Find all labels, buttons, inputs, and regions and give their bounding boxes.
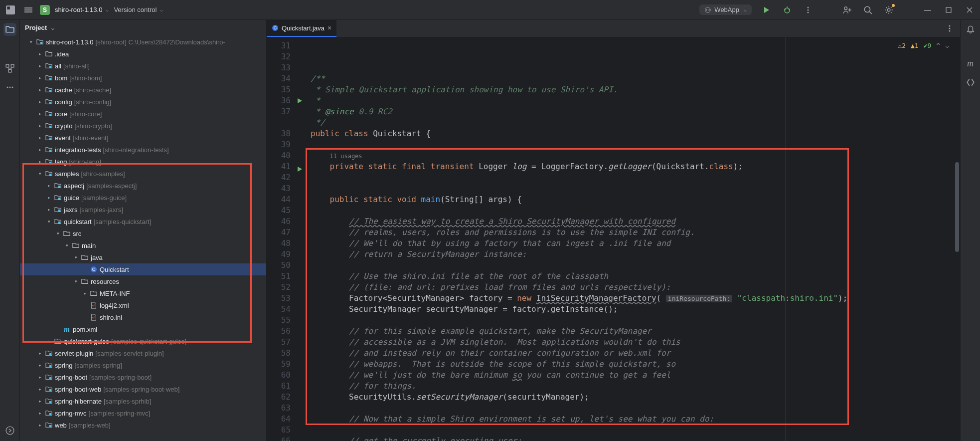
- svg-rect-46: [58, 186, 60, 188]
- product-icon[interactable]: [4, 3, 17, 16]
- editor-tabs: C Quickstart.java ×: [267, 20, 960, 37]
- svg-rect-1: [7, 6, 10, 9]
- tree-item-spring-boot[interactable]: ▸spring-boot [samples-spring-boot]: [20, 371, 266, 383]
- svg-point-63: [949, 28, 951, 29]
- tree-item-src[interactable]: ▾src: [20, 227, 266, 239]
- debug-button[interactable]: [781, 3, 794, 16]
- tree-item-.idea[interactable]: ▸.idea: [20, 48, 266, 60]
- tree-item-spring[interactable]: ▸spring [samples-spring]: [20, 359, 266, 371]
- svg-rect-39: [49, 102, 51, 104]
- settings-icon[interactable]: [882, 3, 895, 16]
- inspection-widget[interactable]: ⚠2 ▲1 ✔9 ^ ⌵: [898, 40, 949, 51]
- more-actions-icon[interactable]: [802, 3, 815, 16]
- tree-item-Quickstart[interactable]: CQuickstart: [20, 263, 266, 275]
- hamburger-icon[interactable]: [22, 3, 35, 16]
- project-selector[interactable]: shiro-root-1.13.0: [55, 6, 109, 13]
- minimize-icon[interactable]: [921, 3, 934, 16]
- tree-item-log4j2.xml[interactable]: log4j2.xml: [20, 299, 266, 311]
- svg-rect-58: [49, 413, 51, 415]
- tab-close-icon[interactable]: ×: [327, 24, 331, 32]
- run-configuration[interactable]: WebApp: [699, 4, 752, 15]
- tab-quickstart[interactable]: C Quickstart.java ×: [267, 20, 336, 37]
- project-tool-icon[interactable]: [3, 23, 16, 36]
- svg-point-7: [709, 9, 710, 10]
- svg-rect-38: [49, 90, 51, 92]
- tree-item-quickstart[interactable]: ▾quickstart [samples-quickstart]: [20, 216, 266, 227]
- tree-item-quickstart-guice[interactable]: ▸quickstart-guice [samples-quickstart-gu…: [20, 335, 266, 347]
- run-button[interactable]: [760, 3, 773, 16]
- left-tool-stripe: [0, 20, 20, 441]
- code-area[interactable]: /** * Simple Quickstart application show…: [308, 37, 960, 441]
- svg-point-31: [6, 87, 8, 88]
- svg-text:C: C: [92, 267, 96, 272]
- right-tool-stripe: m: [960, 20, 980, 441]
- project-panel-header[interactable]: Project: [20, 20, 266, 35]
- tree-item-shiro-root-1.13.0[interactable]: ▾shiro-root-1.13.0 [shiro-root] C:\Users…: [20, 36, 266, 48]
- svg-point-62: [949, 25, 951, 27]
- tree-item-crypto[interactable]: ▸crypto [shiro-crypto]: [20, 120, 266, 132]
- tree-item-spring-hibernate[interactable]: ▸spring-hibernate [samples-sprhib]: [20, 395, 266, 407]
- tree-item-META-INF[interactable]: ▸META-INF: [20, 287, 266, 299]
- class-icon: C: [272, 24, 279, 31]
- tree-item-event[interactable]: ▸event [shiro-event]: [20, 132, 266, 144]
- editor[interactable]: ⚠2 ▲1 ✔9 ^ ⌵ 313233343536373839404142434…: [267, 37, 960, 441]
- svg-rect-40: [49, 114, 51, 116]
- tree-item-lang[interactable]: ▸lang [shiro-lang]: [20, 156, 266, 168]
- tree-item-spring-mvc[interactable]: ▸spring-mvc [samples-spring-mvc]: [20, 407, 266, 419]
- editor-scrollbar[interactable]: [955, 162, 959, 252]
- tree-item-pom.xml[interactable]: mpom.xml: [20, 323, 266, 335]
- database-tool-icon[interactable]: [964, 76, 977, 89]
- svg-rect-56: [49, 389, 51, 391]
- tree-item-cache[interactable]: ▸cache [shiro-cache]: [20, 84, 266, 96]
- code-with-me-icon[interactable]: [840, 3, 853, 16]
- tree-item-core[interactable]: ▸core [shiro-core]: [20, 108, 266, 120]
- maximize-icon[interactable]: [942, 3, 955, 16]
- more-tool-icon[interactable]: [3, 81, 16, 94]
- tab-label: Quickstart.java: [282, 24, 325, 32]
- svg-rect-52: [58, 341, 60, 343]
- svg-rect-45: [49, 174, 51, 176]
- tree-item-bom[interactable]: ▸bom [shiro-bom]: [20, 72, 266, 84]
- structure-tool-icon[interactable]: [3, 62, 16, 75]
- maven-tool-icon[interactable]: m: [964, 57, 977, 70]
- svg-point-21: [887, 8, 890, 11]
- svg-rect-42: [49, 138, 51, 140]
- editor-area: C Quickstart.java × ⚠2 ▲1 ✔9 ^ ⌵ 3132333…: [267, 20, 960, 441]
- search-icon[interactable]: [861, 3, 874, 16]
- close-icon[interactable]: [963, 3, 976, 16]
- tree-item-integration-tests[interactable]: ▸integration-tests [shiro-integration-te…: [20, 144, 266, 156]
- notifications-icon[interactable]: [964, 23, 977, 36]
- svg-marker-65: [298, 98, 302, 103]
- tree-item-main[interactable]: ▾main: [20, 239, 266, 251]
- svg-rect-36: [49, 66, 51, 68]
- svg-rect-23: [946, 7, 951, 12]
- svg-rect-22: [924, 10, 931, 11]
- tree-item-all[interactable]: ▸all [shiro-all]: [20, 60, 266, 72]
- project-panel-title: Project: [25, 24, 47, 31]
- svg-point-32: [9, 87, 10, 88]
- tree-item-guice[interactable]: ▸guice [samples-guice]: [20, 192, 266, 204]
- tab-more-icon[interactable]: [943, 22, 956, 35]
- titlebar: S shiro-root-1.13.0 Version control WebA…: [0, 0, 980, 20]
- tree-item-resources[interactable]: ▾resources: [20, 275, 266, 287]
- project-badge: S: [40, 5, 50, 15]
- terminal-icon[interactable]: [3, 424, 16, 437]
- tree-item-aspectj[interactable]: ▸aspectj [samples-aspectj]: [20, 180, 266, 192]
- tree-item-config[interactable]: ▸config [shiro-config]: [20, 96, 266, 108]
- tree-item-servlet-plugin[interactable]: ▸servlet-plugin [samples-servlet-plugin]: [20, 347, 266, 359]
- gutter: 3132333435363738394041424344454647484950…: [267, 37, 296, 441]
- svg-rect-26: [6, 64, 9, 67]
- tree-item-java[interactable]: ▾java: [20, 251, 266, 263]
- svg-rect-2: [24, 7, 32, 8]
- tree-item-samples[interactable]: ▾samples [shiro-samples]: [20, 168, 266, 180]
- tree-item-web[interactable]: ▸web [samples-web]: [20, 419, 266, 431]
- svg-point-33: [11, 87, 13, 88]
- vcs-menu[interactable]: Version control: [114, 6, 163, 13]
- tree-item-jaxrs[interactable]: ▸jaxrs [samples-jaxrs]: [20, 204, 266, 216]
- svg-point-14: [808, 9, 809, 10]
- svg-point-9: [785, 8, 790, 13]
- svg-rect-48: [58, 210, 60, 212]
- tree-item-shiro.ini[interactable]: shiro.ini: [20, 311, 266, 323]
- tree-item-spring-boot-web[interactable]: ▸spring-boot-web [samples-spring-boot-we…: [20, 383, 266, 395]
- project-tree[interactable]: ▾shiro-root-1.13.0 [shiro-root] C:\Users…: [20, 35, 266, 441]
